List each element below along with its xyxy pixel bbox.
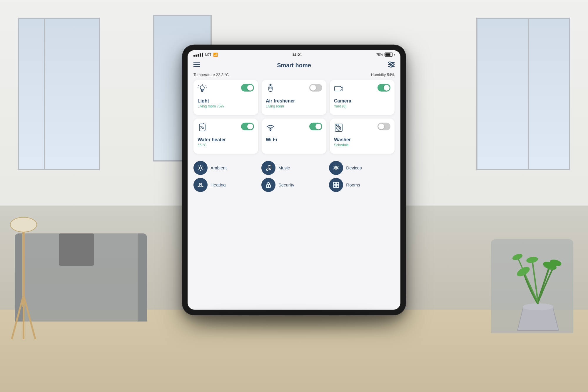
svg-line-3 [24, 295, 35, 339]
svg-rect-31 [335, 86, 341, 91]
music-label: Music [278, 165, 290, 170]
camera-sub: Yard (6) [334, 104, 390, 108]
bottom-nav: Ambient Music [188, 158, 400, 196]
air-freshener-toggle[interactable] [309, 84, 322, 91]
water-heater-name: Water heater [198, 137, 254, 142]
svg-point-5 [523, 303, 553, 310]
nav-item-devices[interactable]: Devices [329, 161, 395, 175]
device-card-camera[interactable]: Camera Yard (6) [330, 80, 395, 115]
light-toggle[interactable] [241, 84, 254, 91]
camera-icon [334, 84, 343, 95]
temperature-label: Temperature 22.3 °C [193, 72, 229, 77]
washer-toggle[interactable] [377, 122, 390, 130]
ambient-label: Ambient [211, 165, 227, 170]
device-grid: Light Living room 75% [188, 80, 400, 158]
bg-lamp [6, 213, 41, 345]
svg-point-41 [199, 166, 202, 169]
svg-rect-59 [333, 182, 336, 184]
bg-sofa-armrest-right [138, 233, 147, 322]
tablet: NET 📶 14:21 75% [182, 45, 406, 315]
light-sub: Living room 75% [198, 104, 254, 108]
music-circle [261, 161, 275, 175]
svg-line-47 [202, 169, 203, 170]
device-card-light[interactable]: Light Living room 75% [193, 80, 258, 115]
devices-circle [329, 161, 343, 175]
svg-rect-39 [336, 125, 337, 125]
info-bar: Temperature 22.3 °C Humidity 54% [188, 71, 400, 80]
status-left: NET 📶 [193, 52, 218, 57]
svg-rect-61 [333, 185, 336, 187]
svg-point-0 [10, 217, 37, 232]
heating-label: Heating [211, 182, 226, 187]
svg-line-46 [198, 166, 199, 166]
heating-circle [193, 178, 208, 192]
battery-percent-label: 75% [376, 53, 383, 56]
washer-name: Washer [334, 137, 390, 142]
tablet-screen: NET 📶 14:21 75% [188, 50, 400, 309]
svg-rect-60 [336, 182, 339, 184]
svg-line-24 [206, 85, 206, 86]
svg-rect-32 [199, 124, 205, 131]
rooms-circle [329, 178, 343, 192]
water-heater-icon [198, 122, 207, 133]
svg-point-18 [392, 63, 394, 65]
device-card-water-heater[interactable]: Water heater 55 °C [193, 118, 258, 154]
nav-item-rooms[interactable]: Rooms [329, 178, 395, 192]
bg-window-divider [44, 18, 45, 170]
status-bar: NET 📶 14:21 75% [188, 50, 400, 58]
svg-point-8 [526, 256, 539, 264]
bg-plant [512, 254, 564, 336]
device-card-wifi[interactable]: Wi Fi [262, 118, 326, 154]
status-time: 14:21 [292, 52, 302, 57]
bg-sofa-cushion [59, 233, 94, 266]
air-freshener-name: Air freshener [266, 98, 322, 103]
camera-toggle[interactable] [377, 84, 390, 91]
svg-line-23 [199, 85, 199, 86]
device-card-air-freshener[interactable]: Air freshener Living room [262, 80, 326, 115]
svg-rect-62 [336, 185, 339, 187]
svg-point-50 [266, 169, 268, 170]
tablet-frame: NET 📶 14:21 75% [182, 45, 406, 315]
settings-icon[interactable] [388, 61, 395, 69]
svg-point-58 [268, 185, 269, 186]
svg-point-37 [337, 126, 341, 130]
nav-item-ambient[interactable]: Ambient [193, 161, 259, 175]
signal-icon [193, 53, 203, 56]
security-circle [261, 178, 275, 192]
menu-icon[interactable] [193, 62, 200, 68]
tablet-shadow [193, 315, 395, 327]
rooms-label: Rooms [346, 182, 360, 187]
app-title: Smart home [277, 62, 311, 68]
bg-window-right [476, 18, 570, 170]
svg-point-51 [269, 168, 271, 169]
status-right: 75% [376, 53, 395, 57]
nav-item-music[interactable]: Music [261, 161, 327, 175]
water-heater-toggle[interactable] [241, 122, 254, 130]
svg-line-54 [268, 165, 271, 166]
svg-point-19 [390, 65, 392, 68]
svg-point-56 [335, 167, 337, 168]
light-icon [198, 84, 207, 95]
nav-item-heating[interactable]: Heating [193, 178, 259, 192]
svg-point-38 [338, 127, 340, 129]
washer-sub: Schedule [334, 143, 390, 147]
camera-name: Camera [334, 98, 390, 103]
wifi-icon [266, 122, 275, 133]
air-freshener-sub: Living room [266, 104, 322, 108]
device-card-washer[interactable]: Washer Schedule [330, 118, 395, 154]
nav-item-security[interactable]: Security [261, 178, 327, 192]
devices-label: Devices [346, 165, 362, 170]
svg-point-17 [389, 61, 391, 63]
humidity-label: Humidity 54% [371, 72, 395, 77]
wifi-toggle[interactable] [309, 122, 322, 130]
battery-icon [385, 53, 395, 57]
svg-point-35 [270, 129, 271, 131]
carrier-label: NET [205, 53, 211, 56]
ambient-circle [193, 161, 208, 175]
svg-rect-28 [269, 85, 272, 91]
svg-point-29 [270, 87, 271, 89]
washer-icon [334, 122, 343, 133]
svg-point-6 [515, 265, 531, 278]
water-heater-sub: 55 °C [198, 143, 254, 147]
security-label: Security [278, 182, 294, 187]
